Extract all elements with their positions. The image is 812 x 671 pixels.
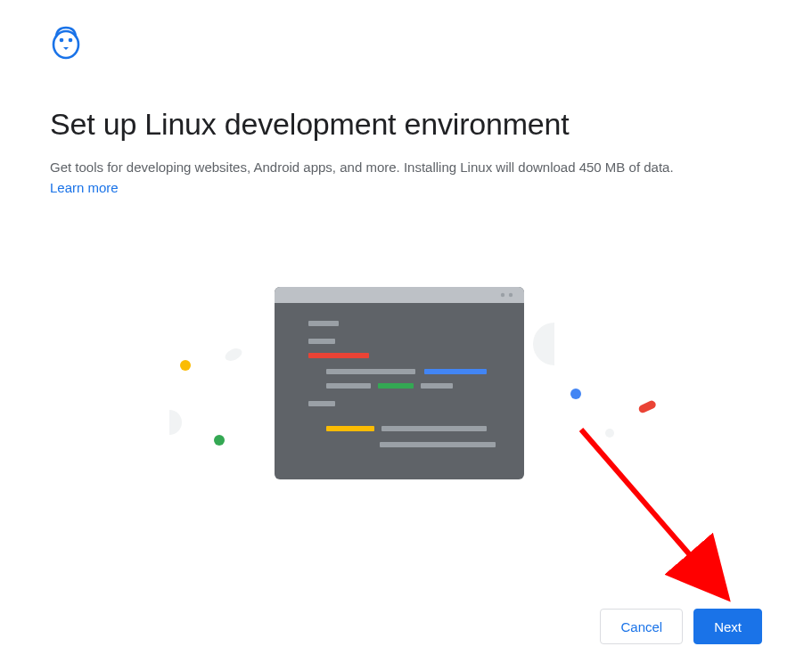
penguin-logo-icon <box>50 24 82 63</box>
terminal-illustration <box>0 285 812 499</box>
svg-rect-16 <box>308 353 369 358</box>
svg-point-2 <box>69 38 73 43</box>
svg-point-5 <box>214 435 225 446</box>
cancel-button[interactable]: Cancel <box>600 609 683 644</box>
svg-rect-19 <box>326 383 371 389</box>
dialog-buttons: Cancel Next <box>600 609 762 644</box>
next-button[interactable]: Next <box>693 609 762 644</box>
svg-point-13 <box>509 293 513 297</box>
svg-rect-24 <box>381 426 487 431</box>
svg-rect-21 <box>421 383 453 389</box>
setup-linux-dialog: Set up Linux development environment Get… <box>0 0 812 671</box>
svg-rect-14 <box>308 321 339 326</box>
svg-point-6 <box>570 389 581 399</box>
svg-rect-23 <box>326 426 374 431</box>
svg-point-1 <box>60 38 64 43</box>
svg-rect-11 <box>275 298 524 303</box>
learn-more-link[interactable]: Learn more <box>50 180 119 195</box>
svg-rect-18 <box>424 369 487 374</box>
svg-rect-15 <box>308 339 335 344</box>
svg-rect-25 <box>380 442 496 447</box>
svg-rect-20 <box>378 383 414 389</box>
svg-rect-22 <box>308 401 335 406</box>
dialog-description: Get tools for developing websites, Andro… <box>50 158 762 178</box>
svg-rect-17 <box>326 369 415 374</box>
svg-point-12 <box>501 293 504 297</box>
dialog-content: Set up Linux development environment Get… <box>50 107 762 196</box>
svg-rect-8 <box>637 399 657 414</box>
svg-point-7 <box>605 429 614 438</box>
svg-point-3 <box>180 360 191 371</box>
dialog-title: Set up Linux development environment <box>50 107 762 142</box>
svg-point-4 <box>223 346 243 363</box>
